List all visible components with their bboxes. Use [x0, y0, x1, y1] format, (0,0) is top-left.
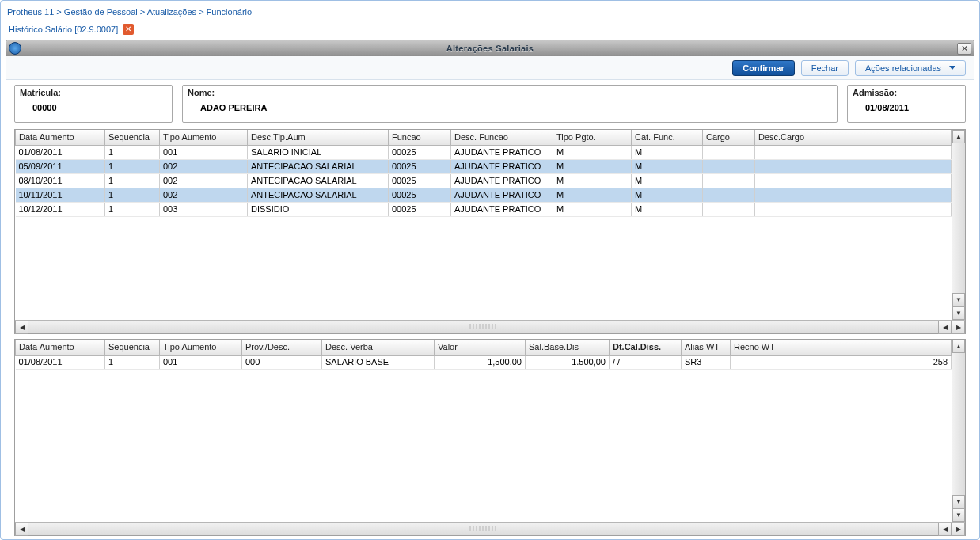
cell — [703, 188, 755, 202]
column-header[interactable]: Desc. Verba — [322, 340, 435, 355]
title-bar: Alterações Salariais ✕ — [6, 40, 974, 56]
cell: 10/11/2011 — [16, 188, 105, 202]
matricula-value[interactable]: 00000 — [21, 103, 57, 112]
column-header[interactable]: Cargo — [703, 130, 755, 145]
tab-historico-salario[interactable]: Histórico Salário [02.9.0007] ✕ — [6, 21, 137, 38]
cell: 00025 — [389, 188, 451, 202]
close-icon[interactable]: ✕ — [123, 24, 134, 35]
column-header[interactable]: Recno WT — [731, 340, 952, 355]
cell — [755, 188, 952, 202]
table-row[interactable]: 10/11/20111002ANTECIPACAO SALARIAL00025A… — [16, 188, 952, 202]
cell: 1 — [105, 159, 160, 173]
cell: 1,500.00 — [435, 355, 526, 369]
cell — [755, 145, 952, 159]
chevron-down-icon — [949, 66, 955, 70]
scroll-right-icon[interactable]: ◀ — [938, 523, 952, 536]
column-header[interactable]: Sequencia — [105, 130, 160, 145]
cell: M — [632, 202, 703, 216]
admissao-value[interactable]: 01/08/2011 — [854, 103, 909, 112]
admissao-label: Admissão: — [853, 88, 897, 97]
cell: M — [553, 145, 632, 159]
scroll-down2-icon[interactable]: ▼ — [952, 306, 965, 320]
horizontal-scrollbar[interactable]: ◀ ◀ ▶ — [15, 522, 965, 535]
nome-value[interactable]: ADAO PEREIRA — [189, 103, 267, 112]
scroll-right2-icon[interactable]: ▶ — [952, 523, 965, 536]
cell: 1 — [105, 202, 160, 216]
scroll-track[interactable] — [952, 353, 965, 495]
column-header[interactable]: Sequencia — [105, 340, 160, 355]
table-row[interactable]: 01/08/20111001000SALARIO BASE1,500.001.5… — [16, 355, 952, 369]
cell: ANTECIPACAO SALARIAL — [248, 188, 389, 202]
scroll-track-h[interactable] — [28, 321, 938, 333]
scroll-right-icon[interactable]: ◀ — [938, 321, 952, 334]
cell: AJUDANTE PRATICO — [451, 159, 553, 173]
nome-group: Nome: ADAO PEREIRA — [182, 85, 838, 123]
related-actions-label: Ações relacionadas — [865, 63, 941, 73]
vertical-scrollbar[interactable]: ▲ ▼ ▼ — [952, 130, 965, 320]
cell: 00025 — [389, 173, 451, 188]
column-header[interactable]: Prov./Desc. — [242, 340, 322, 355]
cell: AJUDANTE PRATICO — [451, 145, 553, 159]
scroll-down2-icon[interactable]: ▼ — [952, 508, 965, 522]
vertical-scrollbar[interactable]: ▲ ▼ ▼ — [952, 340, 965, 522]
cell — [703, 202, 755, 216]
cell: AJUDANTE PRATICO — [451, 173, 553, 188]
cell: AJUDANTE PRATICO — [451, 202, 553, 216]
cell — [703, 159, 755, 173]
cell: DISSIDIO — [248, 202, 389, 216]
cell: 000 — [242, 355, 322, 369]
table-row[interactable]: 10/12/20111003DISSIDIO00025AJUDANTE PRAT… — [16, 202, 952, 216]
column-header[interactable]: Desc. Funcao — [451, 130, 553, 145]
main-window: Protheus 11 > Gestão de Pessoal > Atuali… — [0, 0, 980, 540]
column-header[interactable]: Funcao — [389, 130, 451, 145]
scroll-down-icon[interactable]: ▼ — [952, 495, 965, 508]
cell: 258 — [731, 355, 952, 369]
cell: M — [553, 202, 632, 216]
cell: M — [553, 173, 632, 188]
horizontal-scrollbar[interactable]: ◀ ◀ ▶ — [15, 320, 965, 333]
cell: 1 — [105, 173, 160, 188]
column-header[interactable]: Data Aumento — [16, 130, 105, 145]
scroll-left-icon[interactable]: ◀ — [15, 523, 28, 536]
cell — [703, 145, 755, 159]
close-button[interactable]: Fechar — [801, 60, 849, 76]
scroll-track-h[interactable] — [28, 523, 938, 535]
scroll-down-icon[interactable]: ▼ — [952, 293, 965, 306]
column-header[interactable]: Alias WT — [682, 340, 731, 355]
column-header[interactable]: Tipo Aumento — [160, 340, 242, 355]
breadcrumb[interactable]: Protheus 11 > Gestão de Pessoal > Atuali… — [1, 1, 979, 21]
column-header[interactable]: Sal.Base.Dis — [526, 340, 610, 355]
cell: 001 — [160, 145, 248, 159]
cell: SALARIO INICIAL — [248, 145, 389, 159]
salary-detail-grid[interactable]: Data AumentoSequenciaTipo AumentoProv./D… — [14, 339, 966, 536]
scroll-right2-icon[interactable]: ▶ — [952, 321, 965, 334]
confirm-button[interactable]: Confirmar — [732, 60, 795, 76]
table-row[interactable]: 01/08/20111001SALARIO INICIAL00025AJUDAN… — [16, 145, 952, 159]
cell: 05/09/2011 — [16, 159, 105, 173]
column-header[interactable]: Desc.Cargo — [755, 130, 952, 145]
cell: M — [632, 145, 703, 159]
column-header[interactable]: Dt.Cal.Diss. — [610, 340, 682, 355]
scroll-up-icon[interactable]: ▲ — [952, 130, 965, 143]
scroll-left-icon[interactable]: ◀ — [15, 321, 28, 334]
scroll-up-icon[interactable]: ▲ — [952, 340, 965, 353]
column-header[interactable]: Valor — [435, 340, 526, 355]
cell: ANTECIPACAO SALARIAL — [248, 173, 389, 188]
column-header[interactable]: Data Aumento — [16, 340, 105, 355]
cell: 01/08/2011 — [16, 145, 105, 159]
scroll-track[interactable] — [952, 143, 965, 293]
cell: SALARIO BASE — [322, 355, 435, 369]
panel-alteracoes-salariais: Alterações Salariais ✕ Confirmar Fechar … — [6, 40, 974, 540]
column-header[interactable]: Tipo Pgto. — [553, 130, 632, 145]
column-header[interactable]: Tipo Aumento — [160, 130, 248, 145]
cell: 002 — [160, 173, 248, 188]
related-actions-button[interactable]: Ações relacionadas — [855, 60, 966, 76]
table-row[interactable]: 08/10/20111002ANTECIPACAO SALARIAL00025A… — [16, 173, 952, 188]
tab-bar: Histórico Salário [02.9.0007] ✕ — [1, 21, 979, 38]
panel-title: Alterações Salariais — [6, 44, 974, 53]
toolbar: Confirmar Fechar Ações relacionadas — [6, 56, 974, 80]
salary-history-grid[interactable]: Data AumentoSequenciaTipo AumentoDesc.Ti… — [14, 129, 966, 334]
column-header[interactable]: Cat. Func. — [632, 130, 703, 145]
column-header[interactable]: Desc.Tip.Aum — [248, 130, 389, 145]
table-row[interactable]: 05/09/20111002ANTECIPACAO SALARIAL00025A… — [16, 159, 952, 173]
